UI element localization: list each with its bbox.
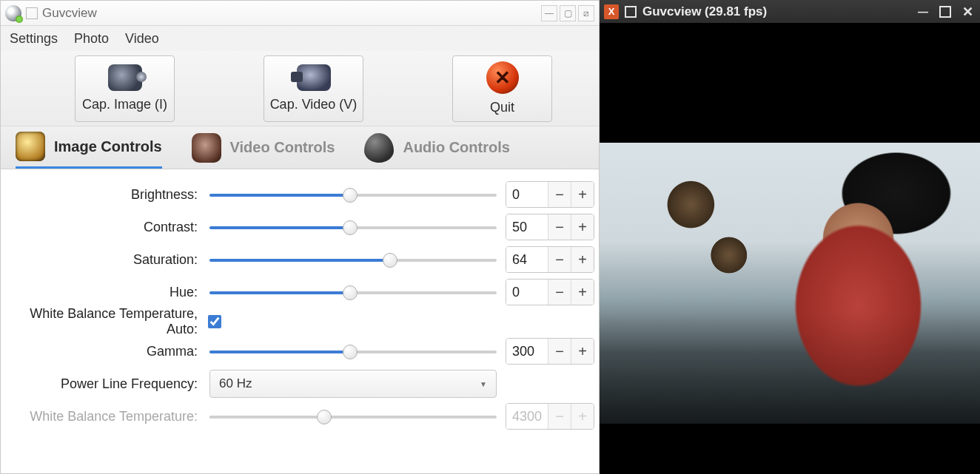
input-hue[interactable] bbox=[506, 280, 548, 305]
slider-gamma[interactable] bbox=[209, 344, 497, 359]
slider-saturation[interactable] bbox=[209, 252, 497, 267]
capture-image-label: Cap. Image (I) bbox=[82, 97, 167, 112]
toolbar: Cap. Image (I) Cap. Video (V) ✕ Quit bbox=[1, 51, 599, 126]
preview-titlebar[interactable]: X Guvcview (29.81 fps) — ✕ bbox=[600, 0, 980, 24]
decrement-button[interactable]: − bbox=[548, 247, 571, 272]
decrement-button[interactable]: − bbox=[548, 339, 571, 364]
minimize-button[interactable]: — bbox=[915, 4, 931, 20]
slider-hue[interactable] bbox=[209, 285, 497, 299]
menubar: Settings Photo Video bbox=[1, 26, 599, 51]
close-icon: ✕ bbox=[486, 61, 519, 94]
spin-contrast: − + bbox=[506, 214, 594, 240]
x11-app-icon: X bbox=[604, 4, 619, 19]
preview-window: X Guvcview (29.81 fps) — ✕ bbox=[600, 0, 980, 474]
camera-icon bbox=[108, 64, 142, 91]
label-contrast: Contrast: bbox=[5, 220, 204, 235]
menu-photo[interactable]: Photo bbox=[74, 31, 109, 47]
maximize-button[interactable] bbox=[937, 4, 953, 20]
label-brightness: Brightness: bbox=[5, 187, 204, 203]
row-hue: Hue: − + bbox=[5, 276, 594, 308]
slider-contrast[interactable] bbox=[209, 220, 497, 234]
tab-video-label: Video Controls bbox=[230, 139, 335, 156]
increment-button[interactable]: + bbox=[571, 182, 594, 207]
row-power-line-frequency: Power Line Frequency: 60 Hz bbox=[5, 368, 594, 400]
slider-brightness[interactable] bbox=[209, 187, 497, 202]
select-plf-value: 60 Hz bbox=[219, 376, 252, 391]
window-decoration-icon bbox=[625, 6, 637, 18]
input-gamma[interactable] bbox=[506, 339, 548, 364]
checkbox-wb-auto[interactable] bbox=[208, 315, 221, 328]
decrement-button[interactable]: − bbox=[548, 214, 571, 240]
minimize-button[interactable]: — bbox=[541, 5, 557, 21]
close-button[interactable]: ⧄ bbox=[578, 5, 594, 21]
row-gamma: Gamma: − + bbox=[5, 335, 594, 368]
label-wb-temperature: White Balance Temperature: bbox=[5, 409, 204, 424]
lens-icon bbox=[16, 132, 45, 161]
increment-button: + bbox=[571, 404, 594, 429]
row-wb-auto: White Balance Temperature, Auto: bbox=[5, 308, 594, 335]
tab-video-controls[interactable]: Video Controls bbox=[192, 126, 335, 169]
tab-audio-label: Audio Controls bbox=[403, 139, 509, 156]
controls-panel: Brightness: − + Contrast: − + Sa bbox=[1, 169, 599, 473]
increment-button[interactable]: + bbox=[571, 339, 594, 364]
increment-button[interactable]: + bbox=[571, 247, 594, 272]
capture-image-button[interactable]: Cap. Image (I) bbox=[75, 55, 175, 122]
decrement-button[interactable]: − bbox=[548, 280, 571, 305]
capture-video-label: Cap. Video (V) bbox=[270, 97, 358, 112]
input-wb-temperature bbox=[506, 404, 548, 429]
webcam-feed bbox=[600, 143, 980, 424]
tab-image-controls[interactable]: Image Controls bbox=[16, 126, 162, 169]
spin-hue: − + bbox=[506, 279, 594, 305]
video-preview-area bbox=[600, 24, 980, 474]
label-plf: Power Line Frequency: bbox=[5, 376, 204, 392]
input-saturation[interactable] bbox=[506, 247, 548, 272]
input-contrast[interactable] bbox=[506, 214, 548, 240]
preview-window-title: Guvcview (29.81 fps) bbox=[642, 4, 767, 19]
maximize-button[interactable]: ▢ bbox=[560, 5, 576, 21]
capture-video-button[interactable]: Cap. Video (V) bbox=[264, 55, 363, 122]
close-button[interactable]: ✕ bbox=[959, 4, 976, 20]
label-saturation: Saturation: bbox=[5, 252, 204, 268]
quit-button[interactable]: ✕ Quit bbox=[452, 55, 552, 122]
tabstrip: Image Controls Video Controls Audio Cont… bbox=[1, 126, 599, 169]
label-wb-auto: White Balance Temperature, Auto: bbox=[5, 306, 204, 337]
webcam-app-icon bbox=[5, 5, 21, 21]
menu-video[interactable]: Video bbox=[125, 31, 159, 47]
window-decoration-icon bbox=[26, 7, 38, 19]
microphone-icon bbox=[364, 133, 394, 163]
row-saturation: Saturation: − + bbox=[5, 243, 594, 276]
increment-button[interactable]: + bbox=[571, 280, 594, 305]
tab-image-label: Image Controls bbox=[54, 138, 162, 155]
window-title: Guvcview bbox=[42, 6, 97, 21]
tab-audio-controls[interactable]: Audio Controls bbox=[364, 126, 509, 169]
label-gamma: Gamma: bbox=[5, 344, 204, 359]
row-brightness: Brightness: − + bbox=[5, 178, 594, 211]
decrement-button[interactable]: − bbox=[548, 182, 571, 207]
row-wb-temperature: White Balance Temperature: − + bbox=[5, 400, 594, 433]
decrement-button: − bbox=[548, 404, 571, 429]
spin-saturation: − + bbox=[506, 246, 594, 273]
spin-wb-temperature: − + bbox=[506, 403, 594, 430]
menu-settings[interactable]: Settings bbox=[10, 31, 58, 47]
camcorder-icon bbox=[297, 64, 331, 91]
row-contrast: Contrast: − + bbox=[5, 211, 594, 243]
quit-label: Quit bbox=[490, 100, 514, 115]
select-power-line-frequency[interactable]: 60 Hz bbox=[209, 370, 497, 398]
increment-button[interactable]: + bbox=[571, 214, 594, 240]
titlebar[interactable]: Guvcview — ▢ ⧄ bbox=[1, 1, 599, 26]
slider-wb-temperature bbox=[209, 409, 497, 424]
spin-brightness: − + bbox=[506, 181, 594, 208]
video-icon bbox=[192, 133, 221, 163]
controls-window: Guvcview — ▢ ⧄ Settings Photo Video Cap.… bbox=[0, 0, 600, 474]
input-brightness[interactable] bbox=[506, 182, 548, 207]
spin-gamma: − + bbox=[506, 338, 594, 365]
label-hue: Hue: bbox=[5, 285, 204, 300]
